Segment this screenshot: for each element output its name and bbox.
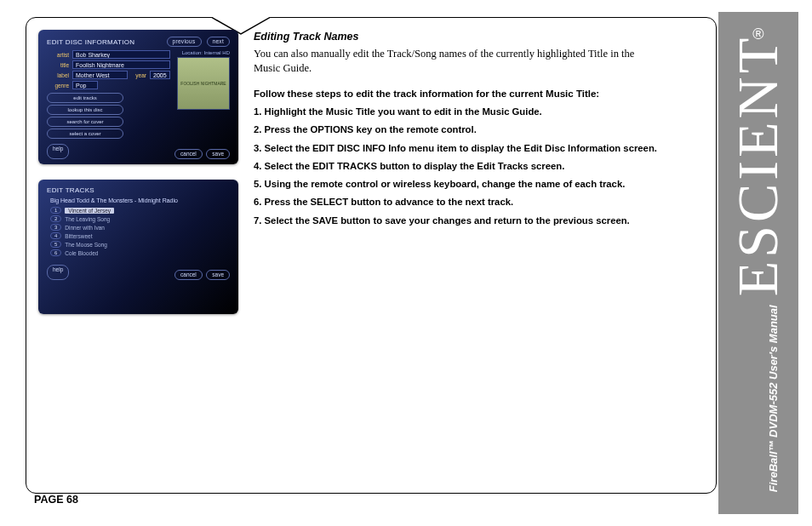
edit-tracks-pill: edit tracks: [47, 93, 123, 103]
section-title: Editing Track Names: [254, 30, 711, 44]
track-name: Vincent of Jersey: [65, 208, 114, 214]
location-text: Location: Internal HD: [182, 50, 230, 55]
track-name: Bittersweet: [65, 233, 92, 239]
thumb2-save: save: [206, 270, 230, 280]
lookup-disc-pill: lookup this disc: [47, 105, 123, 115]
artist-label: artist: [47, 52, 69, 58]
step-item: 4. Select the EDIT TRACKS button to disp…: [254, 160, 711, 173]
track-name: The Leaving Song: [65, 216, 110, 222]
step-item: 6. Press the SELECT button to advance to…: [254, 196, 711, 209]
track-number: 2: [50, 215, 61, 222]
album-cover: FOOLISH NIGHTMARE: [177, 57, 230, 110]
genre-label: genre: [47, 83, 69, 89]
year-label: year: [131, 72, 146, 78]
thumb1-next: next: [207, 37, 231, 47]
sidebar-brand: ESCIENT: [725, 34, 792, 296]
track-row: 5The Moose Song: [50, 241, 226, 248]
thumb1-button-list: edit tracks lookup this disc search for …: [47, 93, 123, 139]
sidebar-product: FireBall™: [768, 440, 781, 492]
frame-notch: [211, 9, 271, 28]
track-number: 3: [50, 224, 61, 231]
thumb1-help: help: [47, 144, 69, 159]
sidebar-brand-panel: ® FireBall™ DVDM-552 User's Manual ESCIE…: [718, 12, 798, 514]
screenshot-edit-disc-info: EDIT DISC INFORMATION previous next arti…: [38, 30, 238, 164]
track-row: 4Bittersweet: [50, 232, 226, 239]
step-item: 2. Press the OPTIONS key on the remote c…: [254, 123, 711, 136]
track-name: The Moose Song: [65, 242, 107, 248]
track-number: 5: [50, 241, 61, 248]
thumb2-cancel: cancel: [174, 270, 203, 280]
track-number: 1: [50, 207, 61, 214]
thumb2-help: help: [47, 265, 69, 280]
instruction-text: Editing Track Names You can also manuall…: [254, 30, 711, 314]
artist-value: Bob Sharkey: [72, 50, 170, 59]
track-number: 6: [50, 249, 61, 256]
track-name: Cole Blooded: [65, 250, 98, 256]
sidebar-model: DVDM-552 User's Manual: [768, 305, 781, 437]
sidebar-subline: FireBall™ DVDM-552 User's Manual: [768, 305, 781, 492]
track-number: 4: [50, 232, 61, 239]
screenshot-column: EDIT DISC INFORMATION previous next arti…: [38, 30, 238, 314]
steps-list: 1. Highlight the Music Title you want to…: [254, 106, 711, 227]
thumb1-prev: previous: [167, 37, 202, 47]
step-item: 1. Highlight the Music Title you want to…: [254, 106, 711, 118]
thumb1-save: save: [206, 149, 230, 159]
thumb1-header: EDIT DISC INFORMATION: [47, 38, 134, 46]
thumb2-subtitle: Big Head Todd & The Monsters - Midnight …: [50, 197, 230, 203]
step-item: 7. Select the SAVE button to save your c…: [254, 214, 711, 227]
track-name: Dinner with Ivan: [65, 225, 105, 231]
track-row: 6Cole Blooded: [50, 249, 226, 256]
title-label: title: [47, 62, 69, 68]
steps-lead: Follow these steps to edit the track inf…: [254, 88, 711, 101]
page-number: PAGE 68: [34, 494, 78, 506]
thumb2-header: EDIT TRACKS: [47, 186, 94, 194]
thumb1-cancel: cancel: [174, 149, 203, 159]
step-item: 3. Select the EDIT DISC INFO Info menu i…: [254, 142, 711, 155]
track-row: 1Vincent of Jersey: [50, 207, 226, 214]
select-cover-pill: select a cover: [47, 129, 123, 139]
track-row: 2The Leaving Song: [50, 215, 226, 222]
search-cover-pill: search for cover: [47, 117, 123, 127]
section-intro: You can also manually edit the Track/Son…: [254, 47, 654, 76]
screenshot-edit-tracks: EDIT TRACKS Big Head Todd & The Monsters…: [38, 180, 238, 314]
year-value: 2005: [150, 71, 170, 79]
label-label: label: [47, 72, 69, 78]
genre-value: Pop: [72, 81, 98, 89]
step-item: 5. Using the remote control or wireless …: [254, 178, 711, 191]
album-cover-text: FOOLISH NIGHTMARE: [180, 81, 226, 86]
track-list: 1Vincent of Jersey2The Leaving Song3Dinn…: [50, 207, 226, 256]
label-value: Mother West: [72, 71, 128, 79]
title-value: Foolish Nightmare: [72, 60, 170, 69]
track-row: 3Dinner with Ivan: [50, 224, 226, 231]
